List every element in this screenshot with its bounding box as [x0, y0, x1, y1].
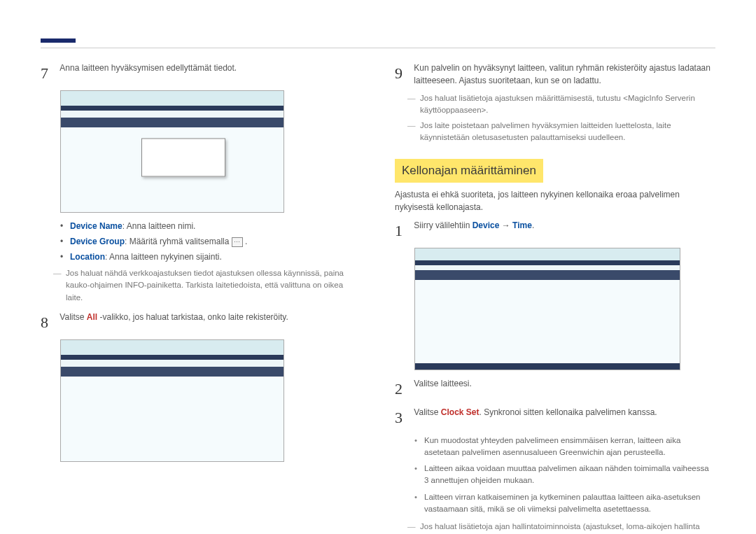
step-number: 9 [395, 62, 412, 85]
text: Valitse [59, 312, 86, 322]
screenshot-device-list [60, 339, 284, 462]
note-list: Jos haluat lisätietoja ajan hallintatoim… [407, 521, 715, 534]
header-accent [41, 38, 76, 43]
step-7: 7 Anna laitteen hyväksymisen edellyttämä… [41, 62, 361, 85]
field-label: Device Group [70, 237, 125, 246]
step-number: 3 [395, 406, 412, 429]
tab-device: Device [472, 220, 500, 230]
section-title: Kellonajan määrittäminen [395, 159, 543, 183]
list-item: Laitteen virran katkaiseminen ja kytkemi… [414, 491, 715, 516]
note-item: Jos laite poistetaan palvelimen hyväksym… [407, 120, 715, 144]
note-item: Jos haluat lisätietoja ajastuksen määrit… [407, 92, 715, 117]
note-item: Jos haluat nähdä verkkoajastuksen tiedot… [53, 267, 361, 304]
list-item: Location: Anna laitteen nykyinen sijaint… [60, 251, 361, 263]
intro-paragraph: Ajastusta ei ehkä suoriteta, jos laittee… [395, 188, 715, 213]
text: -valikko, jos haluat tarkistaa, onko lai… [97, 312, 288, 322]
menu-all: All [87, 312, 97, 322]
screenshot-device-time [414, 248, 680, 370]
field-label: Location [70, 252, 105, 262]
step-number: 1 [395, 219, 412, 242]
approve-fields-list: Device Name: Anna laitteen nimi. Device … [60, 220, 361, 263]
step-9: 9 Kun palvelin on hyväksynyt laitteen, v… [395, 62, 715, 87]
step-1: 1 Siirry välilehtiin Device → Time. [395, 219, 715, 242]
right-column: 9 Kun palvelin on hyväksynyt laitteen, v… [395, 62, 715, 506]
field-desc: : Anna laitteen nimi. [122, 221, 196, 231]
ellipsis-icon: ⋯ [232, 237, 243, 247]
list-item: Device Name: Anna laitteen nimi. [60, 220, 361, 232]
step-8: 8 Valitse All -valikko, jos haluat tarki… [41, 311, 361, 334]
text: . Synkronoi sitten kellonaika palvelimen… [479, 407, 657, 417]
step-text: Valitse Clock Set. Synkronoi sitten kell… [414, 406, 713, 419]
approve-device-dialog [141, 139, 225, 177]
list-item: Laitteen aikaa voidaan muuttaa palvelime… [414, 463, 715, 487]
note-item: Jos haluat lisätietoja ajan hallintatoim… [407, 521, 715, 534]
note-list: Jos haluat lisätietoja ajastuksen määrit… [407, 92, 715, 143]
screenshot-approve-device [60, 90, 284, 213]
list-item: Device Group: Määritä ryhmä valitsemalla… [60, 235, 361, 248]
step-text: Valitse laitteesi. [414, 377, 713, 390]
page-body: 7 Anna laitteen hyväksymisen edellyttämä… [41, 62, 715, 506]
sub-bullets: Kun muodostat yhteyden palvelimeen ensim… [414, 435, 715, 516]
step-2: 2 Valitse laitteesi. [395, 377, 715, 400]
step-text: Kun palvelin on hyväksynyt laitteen, val… [414, 62, 713, 87]
step-text: Siirry välilehtiin Device → Time. [414, 219, 713, 232]
step-text: Anna laitteen hyväksymisen edellyttämät … [59, 62, 359, 74]
step-number: 7 [41, 62, 57, 85]
text: Siirry välilehtiin [414, 220, 472, 230]
text: . [532, 220, 534, 230]
field-desc: : Määritä ryhmä valitsemalla [125, 237, 232, 246]
period: . [243, 237, 248, 246]
field-desc: : Anna laitteen nykyinen sijainti. [105, 252, 222, 262]
tab-time: Time [512, 220, 532, 230]
note-list: Jos haluat nähdä verkkoajastuksen tiedot… [53, 267, 361, 304]
header-rule [41, 48, 715, 48]
step-number: 2 [395, 377, 412, 400]
step-3: 3 Valitse Clock Set. Synkronoi sitten ke… [395, 406, 715, 429]
clock-set: Clock Set [441, 407, 479, 417]
arrow-icon: → [499, 220, 512, 230]
field-label: Device Name [70, 221, 122, 231]
step-number: 8 [41, 311, 57, 334]
list-item: Kun muodostat yhteyden palvelimeen ensim… [414, 435, 715, 459]
left-column: 7 Anna laitteen hyväksymisen edellyttämä… [41, 62, 361, 506]
step-text: Valitse All -valikko, jos haluat tarkist… [59, 311, 359, 323]
text: Valitse [414, 407, 440, 417]
